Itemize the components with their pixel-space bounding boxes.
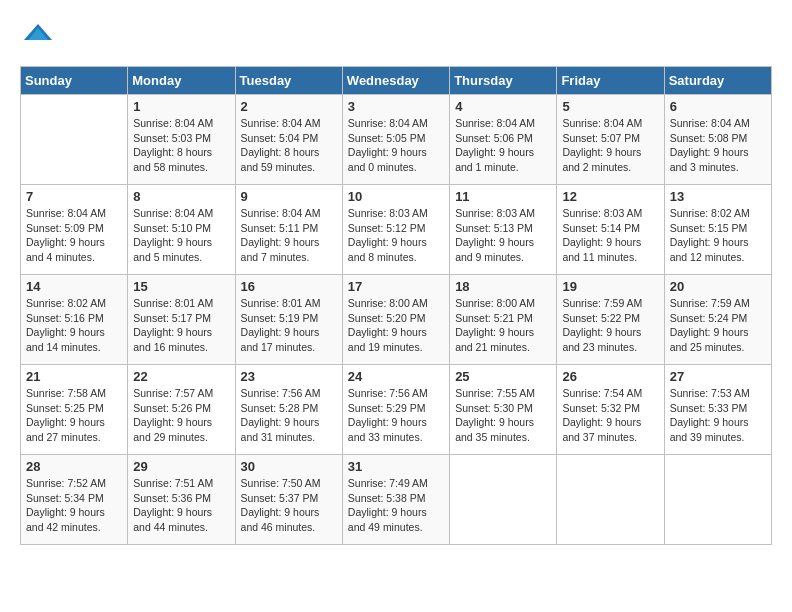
day-info: Sunrise: 8:02 AMSunset: 5:16 PMDaylight:… (26, 296, 122, 355)
day-info: Sunrise: 8:03 AMSunset: 5:13 PMDaylight:… (455, 206, 551, 265)
weekday-header-wednesday: Wednesday (342, 67, 449, 95)
day-info: Sunrise: 8:04 AMSunset: 5:10 PMDaylight:… (133, 206, 229, 265)
day-number: 3 (348, 99, 444, 114)
weekday-header-row: SundayMondayTuesdayWednesdayThursdayFrid… (21, 67, 772, 95)
day-info: Sunrise: 7:50 AMSunset: 5:37 PMDaylight:… (241, 476, 337, 535)
day-info: Sunrise: 7:55 AMSunset: 5:30 PMDaylight:… (455, 386, 551, 445)
day-cell: 22Sunrise: 7:57 AMSunset: 5:26 PMDayligh… (128, 365, 235, 455)
day-number: 17 (348, 279, 444, 294)
day-info: Sunrise: 7:52 AMSunset: 5:34 PMDaylight:… (26, 476, 122, 535)
day-info: Sunrise: 7:49 AMSunset: 5:38 PMDaylight:… (348, 476, 444, 535)
day-number: 13 (670, 189, 766, 204)
day-number: 31 (348, 459, 444, 474)
day-cell: 23Sunrise: 7:56 AMSunset: 5:28 PMDayligh… (235, 365, 342, 455)
day-info: Sunrise: 7:54 AMSunset: 5:32 PMDaylight:… (562, 386, 658, 445)
day-cell: 10Sunrise: 8:03 AMSunset: 5:12 PMDayligh… (342, 185, 449, 275)
day-cell: 30Sunrise: 7:50 AMSunset: 5:37 PMDayligh… (235, 455, 342, 545)
week-row-2: 7Sunrise: 8:04 AMSunset: 5:09 PMDaylight… (21, 185, 772, 275)
day-number: 27 (670, 369, 766, 384)
day-info: Sunrise: 8:01 AMSunset: 5:19 PMDaylight:… (241, 296, 337, 355)
week-row-5: 28Sunrise: 7:52 AMSunset: 5:34 PMDayligh… (21, 455, 772, 545)
day-info: Sunrise: 8:01 AMSunset: 5:17 PMDaylight:… (133, 296, 229, 355)
day-cell: 11Sunrise: 8:03 AMSunset: 5:13 PMDayligh… (450, 185, 557, 275)
day-cell: 6Sunrise: 8:04 AMSunset: 5:08 PMDaylight… (664, 95, 771, 185)
day-cell (664, 455, 771, 545)
day-cell: 4Sunrise: 8:04 AMSunset: 5:06 PMDaylight… (450, 95, 557, 185)
calendar-table: SundayMondayTuesdayWednesdayThursdayFrid… (20, 66, 772, 545)
day-cell: 12Sunrise: 8:03 AMSunset: 5:14 PMDayligh… (557, 185, 664, 275)
day-number: 10 (348, 189, 444, 204)
day-cell: 17Sunrise: 8:00 AMSunset: 5:20 PMDayligh… (342, 275, 449, 365)
day-number: 1 (133, 99, 229, 114)
day-number: 30 (241, 459, 337, 474)
day-number: 23 (241, 369, 337, 384)
day-info: Sunrise: 8:00 AMSunset: 5:20 PMDaylight:… (348, 296, 444, 355)
logo-icon (20, 20, 56, 56)
day-number: 12 (562, 189, 658, 204)
week-row-1: 1Sunrise: 8:04 AMSunset: 5:03 PMDaylight… (21, 95, 772, 185)
day-number: 4 (455, 99, 551, 114)
day-number: 15 (133, 279, 229, 294)
day-cell: 19Sunrise: 7:59 AMSunset: 5:22 PMDayligh… (557, 275, 664, 365)
day-cell: 25Sunrise: 7:55 AMSunset: 5:30 PMDayligh… (450, 365, 557, 455)
day-info: Sunrise: 8:02 AMSunset: 5:15 PMDaylight:… (670, 206, 766, 265)
day-info: Sunrise: 7:57 AMSunset: 5:26 PMDaylight:… (133, 386, 229, 445)
day-number: 8 (133, 189, 229, 204)
day-cell: 28Sunrise: 7:52 AMSunset: 5:34 PMDayligh… (21, 455, 128, 545)
week-row-3: 14Sunrise: 8:02 AMSunset: 5:16 PMDayligh… (21, 275, 772, 365)
day-cell: 1Sunrise: 8:04 AMSunset: 5:03 PMDaylight… (128, 95, 235, 185)
day-cell: 20Sunrise: 7:59 AMSunset: 5:24 PMDayligh… (664, 275, 771, 365)
day-number: 16 (241, 279, 337, 294)
day-cell: 29Sunrise: 7:51 AMSunset: 5:36 PMDayligh… (128, 455, 235, 545)
day-info: Sunrise: 8:04 AMSunset: 5:07 PMDaylight:… (562, 116, 658, 175)
day-cell: 13Sunrise: 8:02 AMSunset: 5:15 PMDayligh… (664, 185, 771, 275)
weekday-header-tuesday: Tuesday (235, 67, 342, 95)
day-number: 22 (133, 369, 229, 384)
day-cell: 24Sunrise: 7:56 AMSunset: 5:29 PMDayligh… (342, 365, 449, 455)
day-number: 21 (26, 369, 122, 384)
day-info: Sunrise: 7:59 AMSunset: 5:24 PMDaylight:… (670, 296, 766, 355)
day-info: Sunrise: 7:56 AMSunset: 5:29 PMDaylight:… (348, 386, 444, 445)
day-number: 9 (241, 189, 337, 204)
day-info: Sunrise: 7:53 AMSunset: 5:33 PMDaylight:… (670, 386, 766, 445)
day-info: Sunrise: 8:03 AMSunset: 5:14 PMDaylight:… (562, 206, 658, 265)
day-cell: 5Sunrise: 8:04 AMSunset: 5:07 PMDaylight… (557, 95, 664, 185)
day-number: 7 (26, 189, 122, 204)
day-number: 6 (670, 99, 766, 114)
day-cell: 7Sunrise: 8:04 AMSunset: 5:09 PMDaylight… (21, 185, 128, 275)
weekday-header-thursday: Thursday (450, 67, 557, 95)
day-number: 19 (562, 279, 658, 294)
day-info: Sunrise: 8:04 AMSunset: 5:09 PMDaylight:… (26, 206, 122, 265)
day-info: Sunrise: 7:56 AMSunset: 5:28 PMDaylight:… (241, 386, 337, 445)
day-number: 26 (562, 369, 658, 384)
weekday-header-saturday: Saturday (664, 67, 771, 95)
day-cell: 14Sunrise: 8:02 AMSunset: 5:16 PMDayligh… (21, 275, 128, 365)
day-info: Sunrise: 7:59 AMSunset: 5:22 PMDaylight:… (562, 296, 658, 355)
day-info: Sunrise: 8:03 AMSunset: 5:12 PMDaylight:… (348, 206, 444, 265)
day-number: 25 (455, 369, 551, 384)
week-row-4: 21Sunrise: 7:58 AMSunset: 5:25 PMDayligh… (21, 365, 772, 455)
day-cell: 27Sunrise: 7:53 AMSunset: 5:33 PMDayligh… (664, 365, 771, 455)
day-cell: 2Sunrise: 8:04 AMSunset: 5:04 PMDaylight… (235, 95, 342, 185)
day-info: Sunrise: 7:58 AMSunset: 5:25 PMDaylight:… (26, 386, 122, 445)
page-header (20, 20, 772, 56)
day-info: Sunrise: 8:04 AMSunset: 5:05 PMDaylight:… (348, 116, 444, 175)
day-cell: 26Sunrise: 7:54 AMSunset: 5:32 PMDayligh… (557, 365, 664, 455)
day-cell: 3Sunrise: 8:04 AMSunset: 5:05 PMDaylight… (342, 95, 449, 185)
day-cell: 15Sunrise: 8:01 AMSunset: 5:17 PMDayligh… (128, 275, 235, 365)
day-cell: 9Sunrise: 8:04 AMSunset: 5:11 PMDaylight… (235, 185, 342, 275)
weekday-header-friday: Friday (557, 67, 664, 95)
day-cell: 8Sunrise: 8:04 AMSunset: 5:10 PMDaylight… (128, 185, 235, 275)
day-cell (21, 95, 128, 185)
day-number: 5 (562, 99, 658, 114)
day-number: 11 (455, 189, 551, 204)
day-info: Sunrise: 8:00 AMSunset: 5:21 PMDaylight:… (455, 296, 551, 355)
day-number: 14 (26, 279, 122, 294)
day-cell: 16Sunrise: 8:01 AMSunset: 5:19 PMDayligh… (235, 275, 342, 365)
day-number: 28 (26, 459, 122, 474)
day-number: 18 (455, 279, 551, 294)
day-number: 2 (241, 99, 337, 114)
day-number: 20 (670, 279, 766, 294)
weekday-header-sunday: Sunday (21, 67, 128, 95)
day-info: Sunrise: 8:04 AMSunset: 5:11 PMDaylight:… (241, 206, 337, 265)
